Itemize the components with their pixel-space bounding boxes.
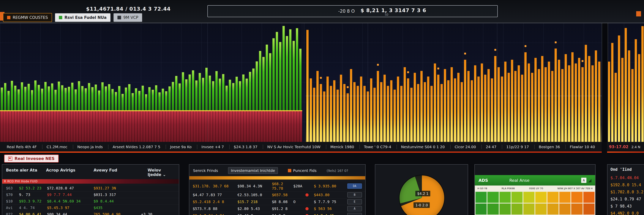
- cell: $63: [6, 186, 19, 190]
- list-item[interactable]: $192.8.0 15.4: [610, 181, 641, 188]
- column-header[interactable]: Welov Ijedde ⌄: [148, 168, 175, 177]
- heat-cell[interactable]: [547, 203, 559, 215]
- table-row[interactable]: $9 1.7 34.4 74$2 43.824.8 8$4.7.4 45✓: [189, 212, 365, 215]
- list-item[interactable]: $.7.04.4N.04: [610, 174, 641, 181]
- heat-cell[interactable]: [511, 203, 523, 215]
- heat-cell[interactable]: [523, 192, 534, 203]
- heat-cell[interactable]: [559, 203, 570, 215]
- volume-bar-green: [84, 88, 87, 110]
- a-icon[interactable]: A: [581, 178, 586, 183]
- column-header[interactable]: Beste aler Ata: [6, 168, 46, 177]
- ticker-item[interactable]: $24.3 1.8 37: [229, 145, 262, 149]
- chart-reference-line: [306, 96, 602, 96]
- regmw-coustes-button[interactable]: REGMW COUSTES: [3, 13, 52, 22]
- fund-banner[interactable]: R RCO PHI Hode FUID: [2, 179, 179, 184]
- table-row[interactable]: $63$2 53.2 23$72.028.0 47$931.27 3N: [2, 185, 179, 191]
- heat-cell[interactable]: [523, 203, 534, 215]
- heat-cell[interactable]: [500, 203, 511, 215]
- ticker-item[interactable]: Joese 9a Ko: [166, 145, 196, 149]
- volume-bar-green: [105, 86, 107, 110]
- heat-cell[interactable]: [571, 203, 582, 215]
- top-right-tab-button[interactable]: [636, 11, 641, 17]
- ticker-item[interactable]: C1.2M.moc: [42, 145, 72, 149]
- volume-bar-green: [54, 90, 57, 110]
- volume-bar-green: [125, 88, 127, 110]
- ticker-item[interactable]: Invsee +4 7: [197, 145, 228, 149]
- column-header[interactable]: Avewy Fud: [94, 168, 148, 177]
- table-row[interactable]: Avi4 4. 74$5.45.3 97$435: [2, 204, 179, 211]
- list-item[interactable]: $24.1 0.79 47: [610, 195, 641, 203]
- volume-bar-green: [78, 81, 80, 110]
- row-badge[interactable]: E: [347, 199, 362, 204]
- table-row[interactable]: $709. 73$9 7.7 7.44$031.3 317: [2, 191, 179, 198]
- ticker-item[interactable]: Menick 1980: [326, 145, 358, 149]
- ticker-item[interactable]: NV S Av Hovic Teerhutd 10W: [263, 145, 324, 149]
- row-badge[interactable]: B: [347, 192, 362, 197]
- ticker-item[interactable]: Flawlar 10 40: [565, 145, 599, 149]
- subheader-label: 0S0E UY 70: [529, 187, 543, 190]
- row-badge[interactable]: ✓: [347, 213, 362, 215]
- ticker-item[interactable]: Arseet NVdes 1.2.087 7 5: [108, 145, 164, 149]
- column-header[interactable]: Acrop Avirigs: [46, 168, 94, 177]
- ticker-item[interactable]: Nestunvime S04 0 1 20: [396, 145, 449, 149]
- volume-bar-green: [28, 84, 30, 110]
- heat-cell[interactable]: [511, 192, 523, 203]
- chart-divider: [304, 23, 304, 142]
- ticker-item[interactable]: 24 47: [481, 145, 500, 149]
- heat-cell[interactable]: [583, 192, 594, 203]
- volume-bar-orange: [635, 39, 637, 142]
- list-item[interactable]: $1.702.8.0 3.2: [610, 188, 641, 195]
- table-row[interactable]: $31.178. 38.7 68$98.34 4.3N$68.2 75.78$2…: [189, 181, 365, 191]
- heat-cell[interactable]: [571, 192, 582, 203]
- heat-cell[interactable]: [487, 203, 499, 215]
- ticker-item[interactable]: 11p/22 9 17: [502, 145, 533, 149]
- volume-bar-green: [95, 85, 97, 110]
- ticker-item[interactable]: Real Rels 4th 4F: [2, 145, 41, 149]
- table-row[interactable]: $4.47 7.83 77€2.53.105.0$657.58$443.80B: [189, 191, 365, 198]
- real-invesee-button[interactable]: Real Invesee NES: [4, 154, 59, 162]
- volume-bar-green: [239, 81, 241, 110]
- ticker-item[interactable]: Neopo ja Inds: [73, 145, 107, 149]
- heat-cell[interactable]: [475, 203, 487, 215]
- volume-bar-green: [219, 79, 221, 110]
- row-badge[interactable]: DA: [347, 183, 362, 189]
- corner-triangle-icon[interactable]: ◢: [588, 178, 592, 183]
- list-item[interactable]: $ 7 98.43: [610, 203, 641, 210]
- volume-bar-green: [162, 89, 164, 110]
- volume-bar-green: [158, 92, 161, 110]
- volume-bar-green: [1, 88, 3, 110]
- value-list: $.7.04.4N.04$192.8.0 15.4$1.702.8.0 3.2$…: [610, 174, 641, 215]
- ticker-item[interactable]: Cicor 24.00: [450, 145, 480, 149]
- ticker-underline-right: [607, 151, 644, 153]
- investment-filter-chip[interactable]: Investemamixt Inichtde: [228, 167, 278, 174]
- heat-cell[interactable]: [559, 192, 570, 203]
- heatmap-panel: ADS Real Anse A ◢ H G0 Y8RLA P06980S0E U…: [474, 164, 596, 215]
- heat-cell[interactable]: [535, 203, 546, 215]
- cell: $573.Y.8 88: [193, 206, 238, 211]
- heat-cell[interactable]: [475, 192, 487, 203]
- list-item[interactable]: $4.4N2.0 0.0: [610, 210, 641, 215]
- brand-label: ADS: [478, 178, 488, 183]
- table-row[interactable]: 022$4.00.6 41$00.34.44765.590.4.90+3.30: [2, 211, 179, 215]
- puncent-fids-dropdown[interactable]: Puncent Fids: [288, 168, 316, 173]
- heat-cell[interactable]: [487, 192, 499, 203]
- table-row[interactable]: $573.Y.8 88$2.80 5.43$91.2 8$ 563 56A: [189, 205, 365, 212]
- heat-cell[interactable]: [583, 203, 594, 215]
- ticker-item[interactable]: Towe ' 0 C79-4: [360, 145, 395, 149]
- table-row[interactable]: $5.2.418 2.4 8$15.7 218$8 8.08O$ 7.7.9 7…: [189, 198, 365, 205]
- button-label: REGMW COUSTES: [13, 15, 48, 20]
- volume-bar-green: [44, 82, 46, 110]
- heat-cell[interactable]: [535, 192, 546, 203]
- heat-cell[interactable]: [547, 192, 559, 203]
- volume-bar-green: [279, 42, 282, 110]
- volume-bar-green: [58, 82, 60, 110]
- volume-bar-green: [74, 89, 77, 110]
- heat-cell[interactable]: [500, 192, 511, 203]
- table-row[interactable]: $10$93.3 9.72$8.4.4 5N.69 34$9 8.4.44: [2, 198, 179, 204]
- cell: $2.80 5.43: [238, 206, 272, 211]
- rsvi-esa-fudel-button[interactable]: Rsvi Esa Fudel NUa: [55, 13, 110, 22]
- ticker-item[interactable]: Bostgen 36: [534, 145, 564, 149]
- table-headers: Senrck Frinds Investemamixt Inichtde Pun…: [189, 165, 365, 175]
- row-badge[interactable]: A: [347, 206, 362, 211]
- vcp-button[interactable]: 9M VCP: [114, 13, 142, 22]
